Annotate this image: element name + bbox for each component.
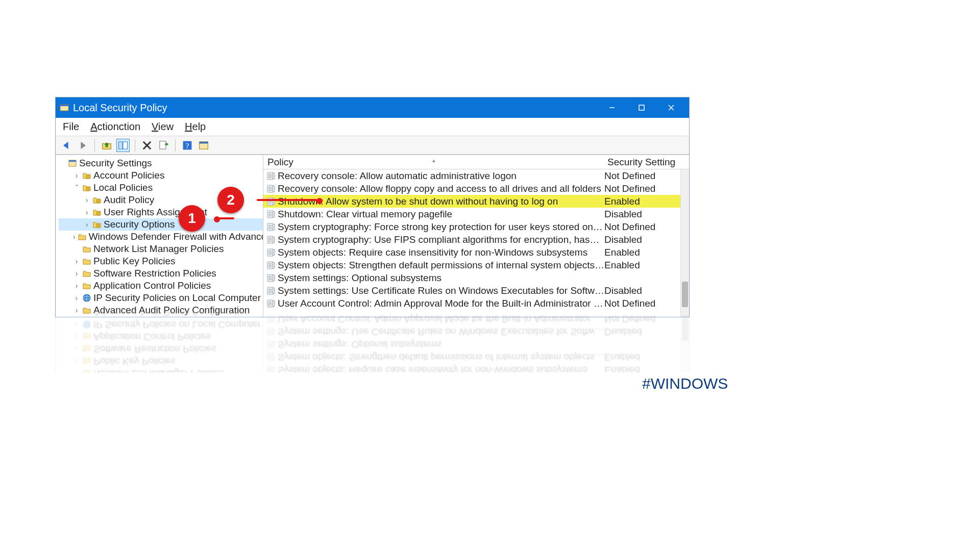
list-header[interactable]: Policy ▴ Security Setting [263,155,689,169]
vertical-scrollbar[interactable] [680,311,689,372]
tree-twisty-icon[interactable]: ˅ [73,184,80,192]
policy-row[interactable]: System settings: Optional subsystems [263,338,689,351]
column-policy[interactable]: Policy ▴ [263,157,604,168]
tree-twisty-icon[interactable]: › [73,171,80,180]
scrollbar-thumb[interactable] [682,282,688,307]
policy-row[interactable]: User Account Control: Admin Approval Mod… [263,297,689,310]
tree-twisty-icon[interactable]: › [73,294,80,302]
svg-rect-37 [273,211,275,217]
tree-twisty-icon[interactable]: › [73,257,80,265]
tree-twisty-icon[interactable]: › [73,306,80,314]
column-setting[interactable]: Security Setting [604,157,689,168]
policy-row[interactable]: System settings: Use Certificate Rules o… [263,284,689,297]
tree-item[interactable]: ›Advanced Audit Policy Configuration [59,304,263,316]
tree-twisty-icon[interactable]: › [73,233,76,241]
tree-twisty-icon[interactable]: › [73,282,80,290]
tree-twisty-icon[interactable]: › [73,269,80,278]
back-arrow-icon[interactable] [60,139,73,152]
tree-twisty-icon[interactable]: › [73,357,80,365]
folder-icon [82,344,91,354]
policy-row[interactable]: System cryptography: Force strong key pr… [263,220,689,233]
maximize-button[interactable] [627,97,656,118]
vertical-scrollbar[interactable] [680,169,689,317]
tree-item[interactable]: ›IP Security Policies on Local Computer [59,318,263,331]
policy-row[interactable]: System objects: Strengthen default permi… [263,259,689,271]
list-pane[interactable]: Policy ▴ Security Setting Recovery conso… [263,311,689,372]
tree-root[interactable]: Security Settings [59,157,263,169]
tree-item-label: Application Control Policies [93,280,211,291]
properties-icon[interactable] [197,139,210,152]
tree-item[interactable]: Network List Manager Policies [59,367,263,372]
menu-action[interactable]: Actionction [90,121,140,133]
minimize-button[interactable] [597,97,627,118]
folder-icon [82,269,91,278]
policy-row[interactable]: System cryptography: Use FIPS compliant … [263,233,689,246]
list-pane[interactable]: Policy ▴ Security Setting Recovery conso… [263,155,689,317]
policy-name: Shutdown: Clear virtual memory pagefile [278,209,604,220]
svg-rect-11 [160,141,166,149]
tree-item[interactable]: ›User Rights Assignment [59,206,263,218]
svg-rect-132 [267,354,273,361]
policy-value: Not Defined [604,221,689,233]
tree-item[interactable]: ›Public Key Policies [59,255,263,267]
policy-row[interactable]: Recovery console: Allow floppy copy and … [263,182,689,195]
tree-item[interactable]: ›Software Restriction Policies [59,267,263,280]
export-icon[interactable] [157,139,170,152]
policy-name: System objects: Strengthen default permi… [278,352,604,363]
tree-pane[interactable]: Security Settings ›Account Policies˅Loca… [56,311,263,372]
scrollbar-thumb[interactable] [682,315,688,341]
svg-rect-8 [123,141,127,148]
policy-row[interactable]: System objects: Strengthen default permi… [263,351,689,364]
tree-pane[interactable]: Security Settings ›Account Policies˅Loca… [56,155,263,317]
tree-item[interactable]: ›IP Security Policies on Local Computer [59,292,263,304]
policy-row[interactable]: System settings: Use Certificate Rules o… [263,325,689,338]
policy-row[interactable]: Shutdown: Allow system to be shut down w… [263,195,689,208]
tree-item[interactable]: ˅Local Policies [59,182,263,194]
menu-file[interactable]: File [63,121,79,133]
tree-item[interactable]: ›Windows Defender Firewall with Advanced… [59,231,263,243]
delete-icon[interactable] [140,139,154,152]
tree-twisty-icon[interactable]: › [73,345,80,353]
show-hide-tree-icon[interactable] [116,139,130,152]
policy-icon [266,248,276,257]
tree-item[interactable]: ›Security Options [59,218,263,231]
svg-rect-62 [273,275,275,281]
svg-text:?: ? [186,141,189,150]
tree-item[interactable]: ›Application Control Policies [59,331,263,343]
app-icon [60,103,69,112]
policy-name: Recovery console: Allow floppy copy and … [278,183,604,194]
tree-twisty-icon[interactable]: › [73,320,80,329]
help-icon[interactable]: ? [181,139,194,152]
tree-item-label: Audit Policy [104,194,154,206]
tree-item[interactable]: ›Public Key Policies [59,355,263,367]
policy-row[interactable]: System settings: Optional subsystems [263,271,689,284]
policy-row[interactable]: Recovery console: Allow automatic admini… [263,169,689,182]
tree-item[interactable]: ›Software Restriction Policies [59,343,263,355]
tree-item[interactable]: ›Application Control Policies [59,280,263,292]
tree-twisty-icon[interactable]: › [73,333,80,341]
policy-name: System settings: Use Certificate Rules o… [278,327,604,338]
menu-view[interactable]: View [152,121,174,133]
menubar: File Actionction View Help [56,118,689,136]
up-folder-icon[interactable] [100,139,113,152]
policy-row[interactable]: System objects: Require case insensitivi… [263,364,689,372]
tree-item-label: Application Control Policies [93,331,211,342]
tree-item[interactable]: ›Audit Policy [59,194,263,206]
policy-row[interactable]: System objects: Require case insensitivi… [263,246,689,259]
tree-item[interactable]: ›Account Policies [59,169,263,182]
forward-arrow-icon[interactable] [76,139,89,152]
folder-icon [82,281,91,290]
tree-twisty-icon[interactable]: › [83,208,90,216]
titlebar[interactable]: Local Security Policy [56,97,689,118]
tree-twisty-icon[interactable]: › [83,220,90,229]
svg-point-94 [83,321,90,328]
tree-item[interactable]: Network List Manager Policies [59,243,263,255]
policy-icon [266,184,276,193]
policy-name: System settings: Optional subsystems [278,339,604,350]
policy-value: Not Defined [604,183,689,194]
policy-row[interactable]: Shutdown: Clear virtual memory pagefileD… [263,208,689,220]
tree-twisty-icon[interactable]: › [83,196,90,204]
svg-rect-137 [267,341,273,348]
menu-help[interactable]: Help [185,121,206,133]
close-button[interactable] [656,97,686,118]
